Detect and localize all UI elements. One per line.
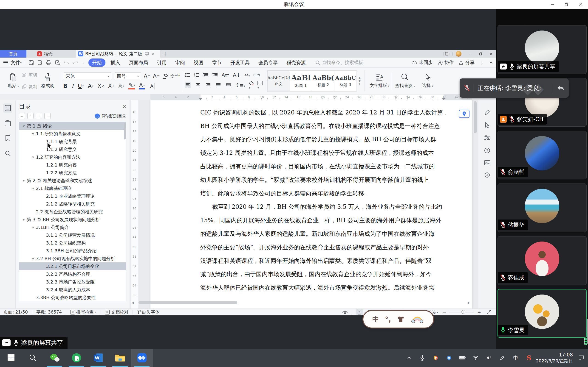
toc-item[interactable]: ∨ 第 1 章 绪论 xyxy=(19,122,126,130)
increase-indent-icon[interactable] xyxy=(212,73,218,77)
menu-tab[interactable]: 审阅 xyxy=(172,58,189,67)
align-left-icon[interactable] xyxy=(185,82,191,88)
horizontal-ruler[interactable]: 6422468101214161820222426283032343638404… xyxy=(150,94,472,100)
line-spacing-icon[interactable]: ⇕≡▾ xyxy=(235,82,245,88)
missing-font-warning[interactable]: T?缺失字体 xyxy=(137,309,160,315)
restore-button[interactable] xyxy=(560,0,574,9)
toc-item[interactable]: ∨ 第 2 章 相关理论基础和文献综述 xyxy=(19,177,126,184)
ime-punctuation[interactable]: °, xyxy=(385,315,391,323)
wps-close-button[interactable] xyxy=(486,50,496,58)
taskbar-word-button[interactable]: W xyxy=(87,349,109,367)
toc-item[interactable]: ∨ 1.2 研究的内容和方法 xyxy=(19,153,126,161)
menu-tab[interactable]: 开始 xyxy=(88,58,105,67)
tab-preview-icon[interactable] xyxy=(145,52,149,56)
print-icon[interactable] xyxy=(46,60,51,65)
toc-caret-icon[interactable]: ∨ xyxy=(23,179,25,182)
numbered-list-icon[interactable]: 123 xyxy=(194,73,199,77)
align-center-icon[interactable] xyxy=(195,82,201,88)
participant-tile[interactable]: 李雪灵 xyxy=(498,289,587,338)
quickbar-more-icon[interactable]: ⌄ xyxy=(82,61,84,64)
toc-expand-all-button[interactable]: ⌄ xyxy=(19,113,25,119)
sync-status[interactable]: 未同步 xyxy=(411,59,433,66)
toc-item[interactable]: ∨ 3.2.4 较高的人力成本 xyxy=(19,286,126,294)
tab-close-icon[interactable]: ✕ xyxy=(152,52,155,56)
increase-font-button[interactable]: A⁺ xyxy=(144,73,150,80)
participant-tile[interactable]: 储振华 xyxy=(498,184,587,232)
character-scale-icon[interactable]: A⇄ xyxy=(221,72,229,78)
toc-caret-icon[interactable]: ∨ xyxy=(23,124,25,128)
text-direction-icon[interactable]: A↓ xyxy=(233,72,241,78)
toc-item[interactable]: ∨ 1.1 研究的背景和意义 xyxy=(19,130,126,138)
toc-item[interactable]: ∨ 3.1.1 公司经营发展情况 xyxy=(19,231,126,239)
style-preset[interactable]: AaBb( 标题 2 xyxy=(312,71,334,91)
edit-pen-icon[interactable] xyxy=(484,109,490,115)
styles-up-icon[interactable]: ▲ xyxy=(359,76,361,79)
proofread-toggle[interactable]: ✕文档校对 xyxy=(105,309,128,315)
toc-item[interactable]: ∨ 1.1.2 研究意义 xyxy=(19,145,126,153)
select-button[interactable]: 选择 ▾ xyxy=(418,73,437,89)
horizontal-scrollbar[interactable]: ◀ ▶ xyxy=(132,301,470,304)
style-preset[interactable]: AaBbCcDd 正文 xyxy=(268,71,290,91)
toc-item[interactable]: ∨ 2.1 战略基础理论 xyxy=(19,184,126,192)
menu-tab[interactable]: 视图 xyxy=(190,58,207,67)
style-preset[interactable]: AaBbC 标题 3 xyxy=(334,71,357,91)
toc-panel-icon[interactable] xyxy=(3,103,12,113)
toc-caret-icon[interactable]: ∨ xyxy=(32,132,34,135)
toc-zoom-in-button[interactable]: ＋ xyxy=(36,113,42,119)
share-button[interactable]: 分享 xyxy=(459,59,475,66)
taskbar-wechat-button[interactable] xyxy=(44,349,65,367)
justify-icon[interactable] xyxy=(215,82,221,88)
ime-skin-icon[interactable] xyxy=(397,316,405,323)
scroll-right-icon[interactable]: ▶ xyxy=(468,301,470,304)
participant-tile[interactable]: 梁良的屏幕共享 xyxy=(498,25,587,74)
menu-tab[interactable]: 开发工具 xyxy=(227,58,253,67)
eye-protect-icon[interactable] xyxy=(342,309,348,315)
taskbar-clock[interactable]: 17:08 2022/3/20/星期日 xyxy=(536,352,575,364)
taskbar-search-button[interactable] xyxy=(22,349,44,367)
tab-docer[interactable]: ❋ 稻壳 xyxy=(26,50,63,58)
export-pdf-icon[interactable] xyxy=(37,60,43,65)
print-preview-icon[interactable] xyxy=(55,60,60,65)
cut-button[interactable]: 剪切 xyxy=(22,72,37,78)
style-preset[interactable]: AaBl 标题 1 xyxy=(290,71,312,91)
select-tool-icon[interactable] xyxy=(485,122,490,128)
toc-item[interactable]: ∨ 3.1.2 公司组织架构 xyxy=(19,239,126,247)
taskbar-meeting-button[interactable] xyxy=(131,349,153,367)
text-effects-button[interactable]: 𝔸▾ xyxy=(119,83,124,89)
toc-caret-icon[interactable]: ∨ xyxy=(32,187,34,190)
toc-item[interactable]: ∨ 1.1.1 研究背景 xyxy=(19,138,126,145)
navigate-icon[interactable] xyxy=(484,172,490,178)
wifi-icon[interactable] xyxy=(469,349,482,367)
bullet-list-icon[interactable] xyxy=(185,73,190,77)
bookmark-panel-icon[interactable] xyxy=(3,134,12,143)
image-tool-icon[interactable] xyxy=(484,160,490,165)
copy-button[interactable]: 复制 xyxy=(22,84,37,90)
paste-button[interactable]: 粘贴 ▾ xyxy=(5,73,22,89)
reading-layout-indicator[interactable]: 1 xyxy=(443,52,452,56)
strikethrough-button[interactable]: A▾ xyxy=(88,83,93,89)
vscroll-thumb[interactable] xyxy=(474,101,477,133)
toc-item[interactable]: ∨ 3.2.3 市场广告投放受阻 xyxy=(19,278,126,286)
start-button[interactable] xyxy=(0,349,22,367)
toc-item[interactable]: ∨ 3.1BH 公司简介 xyxy=(19,223,126,231)
menu-tab[interactable]: 章节 xyxy=(208,58,225,67)
toc-item[interactable]: ∨ 3.3BH 公司战略转型的必要性 xyxy=(19,294,126,301)
ruler-toggle-icon[interactable] xyxy=(254,73,259,77)
line-break-icon[interactable]: ↵▾ xyxy=(244,72,250,78)
italic-button[interactable]: I xyxy=(71,83,73,89)
taskbar-evernote-button[interactable] xyxy=(65,349,87,367)
scroll-left-icon[interactable]: ◀ xyxy=(132,301,134,304)
phonetic-guide-button[interactable]: 文wén xyxy=(170,73,180,79)
toc-item[interactable]: ∨ 3.2.1 公司目标市场的变化 xyxy=(19,262,126,270)
borders-icon[interactable]: ▾ xyxy=(258,81,262,90)
menu-tab[interactable]: 稻壳资源 xyxy=(283,58,309,67)
reply-arrow-icon[interactable] xyxy=(557,85,565,91)
toc-caret-icon[interactable]: ∨ xyxy=(32,226,34,229)
decrease-indent-icon[interactable] xyxy=(203,73,208,77)
zoom-slider[interactable] xyxy=(449,312,474,312)
toc-item[interactable]: ∨ 1.2.1 研究内容 xyxy=(19,161,126,169)
sogou-ime-icon[interactable]: S xyxy=(522,349,536,367)
toc-item[interactable]: ∨ 第 3 章 BH 公司发展现状与问题分析 xyxy=(19,216,126,223)
ime-language-indicator[interactable]: 中 xyxy=(509,349,522,367)
ime-mode-chinese[interactable]: 中 xyxy=(372,315,379,324)
